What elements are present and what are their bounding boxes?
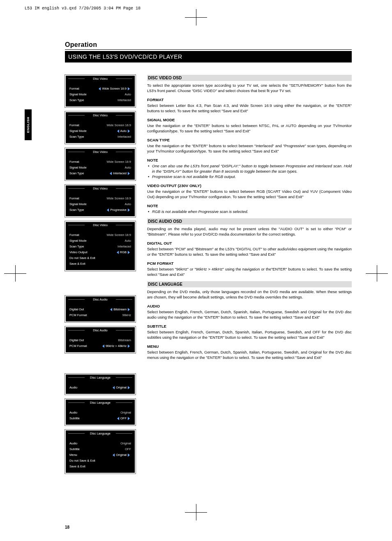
osd-row-label: Subtitle (69, 416, 80, 421)
audio-paragraph: Select between English, French, German, … (147, 309, 352, 320)
osd-row-value: Wide Screen 16:9 (97, 86, 131, 92)
osd-row-label: Subtitle (69, 446, 80, 452)
pcm-format-heading: PCM FORMAT (147, 261, 352, 266)
osd-panel: Disc VideoFormatWide Screen 16:9Signal M… (65, 148, 136, 180)
menu-paragraph: Select between English, French, German, … (147, 349, 352, 360)
osd-row: Signal ModeAuto (69, 165, 131, 171)
right-arrow-icon (128, 251, 130, 254)
osd-body: AudioOriginal (66, 381, 135, 394)
osd-row-label: Scan Type (69, 97, 84, 103)
osd-title: Disc Video (66, 222, 135, 228)
osd-body: FormatWide Screen 16:9Signal ModeAutoSca… (66, 228, 135, 270)
subtitle-heading: SUBTITLE (147, 324, 352, 328)
right-arrow-icon (128, 453, 130, 457)
right-arrow-icon (128, 208, 130, 212)
osd-row-label: Scan Type (69, 207, 84, 213)
osd-title: Disc Language (66, 375, 135, 381)
osd-body: FormatWide Screen 16:9Signal ModeAutoSca… (66, 192, 135, 216)
note-heading-2: NOTE (147, 203, 352, 208)
osd-panel: Disc VideoFormatWide Screen 16:9Signal M… (65, 75, 136, 107)
right-arrow-icon (128, 344, 130, 348)
right-arrow-icon (128, 172, 130, 175)
osd-row-value: Interlaced (118, 244, 131, 250)
crop-mark-top (185, 9, 207, 25)
osd-body: FormatWide Screen 16:9Signal ModeAutoSca… (66, 155, 135, 180)
print-slug: L53 IM english v3.qxd 7/20/2005 3:04 PM … (25, 6, 141, 11)
note-heading: NOTE (147, 158, 352, 162)
disc-language-paragraph: Depending on the DVD media, only those l… (147, 289, 352, 300)
osd-body: AudioOriginalSubtitleOFF (66, 406, 135, 425)
osd-row-label: Signal Mode (69, 165, 87, 171)
osd-row: FormatWide Screen 16:9 (69, 159, 131, 165)
note-item: Progressive scan is not available for RG… (147, 174, 352, 179)
osd-row-label: Do not Save & Exit (69, 458, 95, 464)
digital-out-heading: DIGITAL OUT (147, 241, 352, 245)
left-arrow-icon (102, 344, 104, 348)
crop-mark-left (4, 265, 26, 282)
osd-title: Disc Audio (66, 327, 135, 333)
osd-row: Scan TypeProgressive (69, 207, 131, 213)
osd-row-label: Save & Exit (69, 261, 85, 267)
right-arrow-icon (128, 417, 130, 420)
osd-row-label: Menu (69, 452, 77, 458)
osd-row: FormatWide Screen 16:9 (69, 196, 131, 201)
osd-row-value: Interlaced (118, 97, 131, 103)
right-arrow-icon (128, 308, 130, 311)
osd-row-label: Format (69, 159, 79, 165)
right-arrow-icon (128, 386, 130, 389)
osd-row-label: Format (69, 196, 79, 201)
osd-row: MenuOriginal (69, 452, 131, 458)
osd-row-label: Signal Mode (69, 238, 87, 244)
osd-row: PCM Format96kHz > 48kHz (69, 343, 131, 349)
scan-type-heading: SCAN TYPE (147, 138, 352, 142)
osd-row-value: Auto (116, 128, 131, 134)
osd-row: Scan TypeInterlaced (69, 97, 131, 103)
note-list-2: RGB is not available when Progressive sc… (147, 209, 352, 214)
video-output-paragraph: Use the navigation or the "ENTER" button… (147, 189, 352, 199)
osd-row-label: Scan Type (69, 171, 84, 176)
disc-audio-osd-heading: DISC AUDIO OSD (147, 218, 352, 224)
note-item: One can also use the L53's front panel "… (147, 163, 352, 174)
osd-row-value: Wide Screen 16:9 (106, 159, 131, 165)
disc-video-osd-paragraph: To select the appropriate screen type ac… (147, 83, 352, 93)
right-arrow-icon (128, 87, 130, 90)
osd-row-label: Digital Out (69, 307, 84, 312)
osd-row-label: Digital Out (69, 338, 84, 343)
note-item: RGB is not available when Progressive sc… (147, 209, 352, 214)
page-number: 18 (65, 525, 69, 529)
osd-row-value: Original (111, 385, 131, 391)
left-arrow-icon (113, 386, 115, 389)
osd-row: AudioOriginal (69, 441, 131, 446)
note-list-1: One can also use the L53's front panel "… (147, 163, 352, 179)
left-arrow-icon (117, 251, 119, 254)
osd-row-value: OFF (116, 416, 131, 421)
osd-row-label: Video Output (69, 250, 88, 255)
osd-row-label: Scan Type (69, 244, 84, 250)
osd-row-value: Auto (125, 92, 131, 97)
language-tab: ENGLISH (25, 109, 32, 140)
audio-heading: AUDIO (147, 304, 352, 308)
left-arrow-icon (110, 172, 112, 175)
osd-title: Disc Video (66, 185, 135, 192)
osd-panel: Disc VideoFormatWide Screen 16:9Signal M… (65, 221, 136, 271)
osd-row-label: Scan Type (69, 134, 84, 140)
page-title-bar: USING THE L53'S DVD/VCD/CD PLAYER (65, 51, 352, 62)
osd-row-value: Wide Screen 16:9 (106, 196, 131, 201)
signal-mode-heading: SIGNAL MODE (147, 118, 352, 122)
osd-panel: Disc LanguageAudioOriginalSubtitleOFFMen… (65, 430, 136, 474)
osd-row: Scan TypeInterlaced (69, 171, 131, 176)
osd-body: FormatWide Screen 16:9Signal ModeAutoSca… (66, 118, 135, 143)
osd-row-value: Bitstream (109, 307, 131, 312)
osd-row-value: OFF (125, 446, 131, 452)
osd-row-label: Audio (69, 441, 77, 446)
osd-row-label: Format (69, 123, 79, 128)
osd-row: SubtitleOFF (69, 416, 131, 421)
osd-row-label: Audio (69, 410, 77, 416)
osd-row-value: Progressive (106, 207, 131, 213)
osd-row-label: Format (69, 232, 79, 238)
osd-screenshots-column: Disc VideoFormatWide Screen 16:9Signal M… (65, 75, 136, 478)
osd-row-value: Auto (125, 201, 131, 207)
osd-row: Do not Save & Exit (69, 458, 131, 464)
manual-page: L53 IM english v3.qxd 7/20/2005 3:04 PM … (0, 0, 392, 541)
osd-row-value: 96kHz > 48kHz (101, 343, 131, 349)
